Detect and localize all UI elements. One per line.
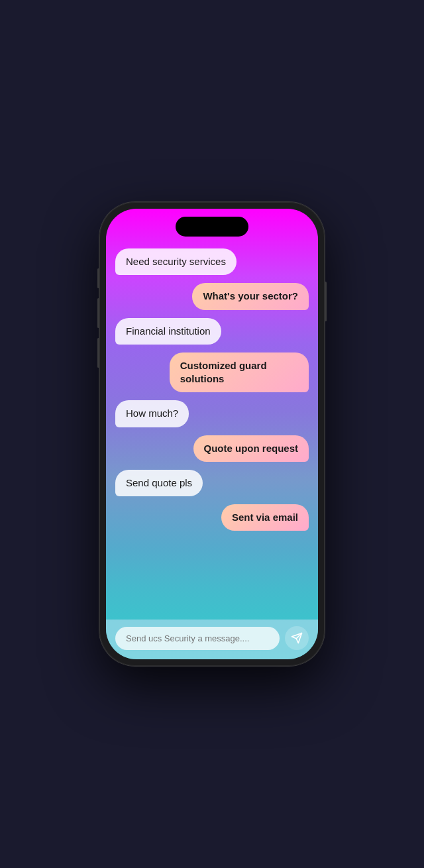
chat-bubble-msg-6: Quote upon request: [193, 435, 309, 462]
power-button: [325, 282, 327, 321]
chat-bubble-msg-7: Send quote pls: [115, 470, 203, 496]
send-button[interactable]: [285, 626, 309, 650]
phone-screen: Need security servicesWhat's your sector…: [106, 209, 318, 659]
chat-bubble-msg-2: What's your sector?: [192, 283, 309, 309]
chat-bubble-msg-4: Customized guard solutions: [170, 353, 309, 393]
send-icon: [291, 632, 303, 644]
chat-bubble-msg-8: Sent via email: [221, 504, 309, 531]
chat-bubble-msg-3: Financial institution: [115, 318, 221, 345]
message-input[interactable]: [115, 627, 280, 650]
volume-up-button: [97, 298, 99, 328]
input-bar: [106, 620, 318, 659]
phone-frame: Need security servicesWhat's your sector…: [99, 202, 325, 666]
mute-button: [97, 268, 99, 288]
chat-bubble-msg-1: Need security services: [115, 248, 237, 275]
chat-bubble-msg-5: How much?: [115, 400, 189, 427]
volume-down-button: [97, 338, 99, 368]
dynamic-island: [176, 217, 248, 237]
chat-area: Need security servicesWhat's your sector…: [106, 209, 318, 620]
